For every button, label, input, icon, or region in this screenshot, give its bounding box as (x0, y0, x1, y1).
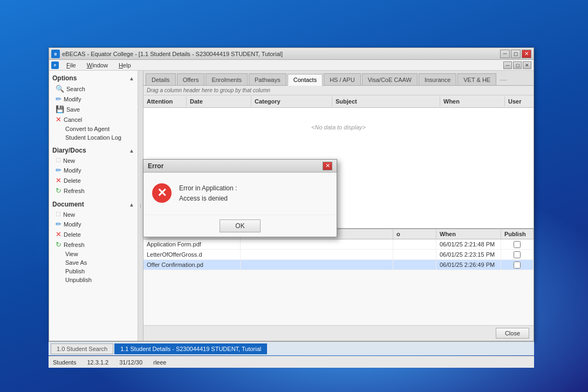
inner-window-controls: ─ ◻ ✕ (503, 61, 531, 69)
close-window-button[interactable]: ✕ (522, 50, 531, 58)
taskbar: 1.0 Student Search 1.1 Student Details -… (49, 341, 534, 355)
col-date[interactable]: Date (187, 97, 251, 106)
search-label: Search (66, 86, 85, 92)
sidebar-item-save[interactable]: 💾 Save (49, 104, 138, 114)
tab-hs-apu[interactable]: HS / APU (324, 73, 360, 85)
menu-window[interactable]: Window (84, 61, 111, 70)
app-icon: e (51, 50, 60, 58)
tab-bar: Details Offers Enrolments Pathways Conta… (143, 71, 534, 86)
publish-checkbox-2[interactable] (514, 251, 521, 258)
dialog-title-bar: Error ✕ (143, 160, 337, 173)
col-attention[interactable]: Attention (143, 97, 187, 106)
doc-new-icon: ☐ (56, 211, 61, 218)
doc-modify-icon: ✏ (56, 220, 61, 228)
publish-checkbox-3[interactable] (514, 262, 521, 269)
ok-button[interactable]: OK (220, 219, 260, 232)
taskbar-tab-search[interactable]: 1.0 Student Search (51, 343, 113, 354)
tab-contacts[interactable]: Contacts (288, 74, 323, 86)
collapse-icon: ··· (138, 204, 143, 208)
menu-bar: e File Window Help ─ ◻ ✕ (49, 60, 534, 71)
doc-publish-1[interactable] (501, 239, 534, 249)
tab-enrolments[interactable]: Enrolments (206, 73, 248, 85)
publish-checkbox-1[interactable] (514, 241, 521, 248)
col-when[interactable]: When (440, 97, 505, 106)
no-data-message: <No data to display> (143, 108, 534, 147)
diary-section-header[interactable]: Diary/Docs ▲ (49, 145, 138, 156)
sidebar-item-search[interactable]: 🔍 Search (49, 84, 138, 94)
sidebar-item-diary-refresh[interactable]: ↻ Refresh (49, 185, 138, 196)
col-category[interactable]: Category (251, 97, 332, 106)
title-bar: e eBECAS - Equator College - [1.1 Studen… (49, 48, 534, 60)
sidebar-item-modify[interactable]: ✏ Modify (49, 94, 138, 104)
dialog-body: ✕ Error in Application : Access is denie… (143, 173, 337, 215)
sidebar-item-cancel[interactable]: ✕ Cancel (49, 114, 138, 125)
doc-name-2: LetterOfOfferGross.d (143, 250, 241, 259)
save-label: Save (66, 106, 80, 113)
col-user[interactable]: User (505, 97, 534, 106)
doc-row-3[interactable]: Offer Confirmation.pd 06/01/25 2:26:49 P… (143, 260, 534, 270)
location-log-label: Student Location Log (65, 134, 121, 141)
sidebar-item-doc-saveas[interactable]: Save As (49, 258, 138, 267)
status-user: rleee (153, 359, 166, 366)
sidebar-item-doc-publish[interactable]: Publish (49, 267, 138, 276)
doc-row-1[interactable]: Application Form.pdf 06/01/25 2:21:48 PM (143, 239, 534, 250)
doc-modify-label: Modify (64, 221, 81, 228)
col-subject[interactable]: Subject (332, 97, 440, 106)
doc-name-1: Application Form.pdf (143, 239, 241, 249)
sidebar-item-doc-new[interactable]: ☐ New (49, 210, 138, 219)
doc-refresh-icon: ↻ (56, 240, 61, 249)
menu-file[interactable]: File (63, 61, 79, 70)
sidebar-item-convert-agent[interactable]: Convert to Agent (49, 125, 138, 133)
sidebar-item-doc-unpublish[interactable]: Unpublish (49, 276, 138, 284)
tab-visa-coe[interactable]: Visa/CoE CAAW (362, 73, 418, 85)
inner-minimize-btn[interactable]: ─ (503, 61, 512, 69)
dialog-title: Error (148, 162, 163, 170)
options-section-header[interactable]: Options ▲ (49, 73, 138, 84)
error-icon: ✕ (152, 183, 172, 203)
doc-row-2[interactable]: LetterOfOfferGross.d 06/01/25 2:23:15 PM (143, 250, 534, 260)
sidebar-item-doc-delete[interactable]: ✕ Delete (49, 229, 138, 239)
error-dialog: Error ✕ ✕ Error in Application : Access … (143, 159, 337, 237)
sidebar-item-location-log[interactable]: Student Location Log (49, 133, 138, 142)
doc-col-publish[interactable]: Publish (501, 229, 534, 239)
options-title: Options (52, 74, 77, 82)
document-section-header[interactable]: Document ▲ (49, 199, 138, 210)
tab-pathways[interactable]: Pathways (249, 73, 286, 85)
window-title: eBECAS - Equator College - [1.1 Student … (62, 51, 283, 57)
close-button[interactable]: Close (496, 328, 529, 339)
sidebar-item-doc-refresh[interactable]: ↻ Refresh (49, 239, 138, 250)
sidebar: Options ▲ 🔍 Search ✏ Modify 💾 Save ✕ Can… (49, 71, 138, 341)
modify-label: Modify (64, 96, 81, 102)
doc-col-when[interactable]: When (436, 229, 501, 239)
tab-insurance[interactable]: Insurance (419, 73, 456, 85)
minimize-button[interactable]: ─ (500, 50, 510, 58)
doc-publish-2[interactable] (501, 250, 534, 259)
tab-details[interactable]: Details (146, 73, 176, 85)
sidebar-item-doc-view[interactable]: View (49, 250, 138, 258)
cancel-label: Cancel (64, 116, 82, 123)
taskbar-tab-details[interactable]: 1.1 Student Details - S230044419 STUDENT… (114, 343, 267, 354)
tab-more-btn[interactable]: ····· (497, 75, 509, 85)
inner-restore-btn[interactable]: ◻ (513, 61, 522, 69)
sidebar-item-doc-modify[interactable]: ✏ Modify (49, 219, 138, 229)
restore-button[interactable]: ◻ (511, 50, 521, 58)
sidebar-item-diary-new[interactable]: ☐ New (49, 156, 138, 165)
inner-close-btn[interactable]: ✕ (523, 61, 531, 69)
sidebar-item-diary-modify[interactable]: ✏ Modify (49, 165, 138, 175)
doc-col-o[interactable]: o (393, 229, 436, 239)
dialog-message: Error in Application : Access is denied (179, 183, 237, 204)
document-collapse-icon: ▲ (129, 202, 134, 208)
convert-agent-label: Convert to Agent (65, 126, 110, 132)
diary-modify-label: Modify (64, 167, 81, 174)
title-bar-controls: ─ ◻ ✕ (500, 50, 531, 58)
doc-publish-3[interactable] (501, 260, 534, 270)
doc-new-label: New (63, 211, 75, 218)
tab-offers[interactable]: Offers (177, 73, 205, 85)
status-date: 31/12/30 (119, 359, 142, 366)
dialog-close-button[interactable]: ✕ (323, 162, 332, 170)
document-panel: Name o When Publish Application Form.pdf… (143, 228, 534, 325)
menu-help[interactable]: Help (115, 61, 134, 70)
sidebar-item-diary-delete[interactable]: ✕ Delete (49, 175, 138, 185)
tab-vet-he[interactable]: VET & HE (457, 73, 496, 85)
document-title: Document (52, 201, 84, 208)
